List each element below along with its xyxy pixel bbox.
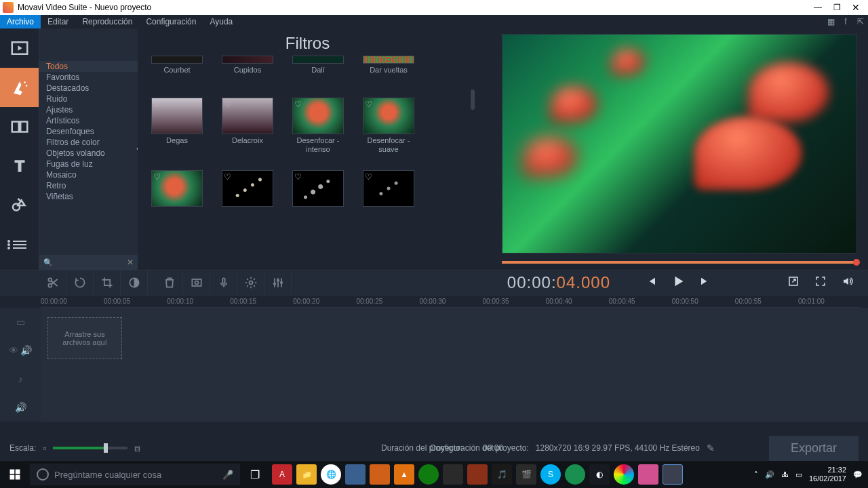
favorite-icon[interactable]: ♡ <box>224 172 231 182</box>
cortana-search[interactable]: Pregúntame cualquier cosa 🎤 <box>30 464 240 485</box>
menu-editar[interactable]: Editar <box>41 15 75 28</box>
filter-item[interactable]: ♡ <box>222 170 273 224</box>
taskbar-app-icon[interactable] <box>443 464 463 485</box>
taskbar-app-icon[interactable] <box>565 464 585 485</box>
menu-archivo[interactable]: Archivo <box>0 15 41 28</box>
maximize-button[interactable]: ❐ <box>827 3 846 12</box>
filter-cat-favoritos[interactable]: Favoritos <box>39 72 138 83</box>
filter-cat-destacados[interactable]: Destacados <box>39 83 138 94</box>
track-visibility-icon[interactable]: 👁 🔊 <box>0 336 41 365</box>
snapshot-button[interactable] <box>183 270 210 296</box>
timeline[interactable]: ▭ 👁 🔊 ♪ 🔊 Arrastre sus archivos aquí <box>0 308 868 422</box>
share-icon[interactable]: ⇱ <box>853 15 868 28</box>
filter-item[interactable]: ♡ <box>363 170 414 224</box>
clip-properties-button[interactable] <box>237 270 264 296</box>
taskbar-app-icon[interactable] <box>638 464 658 485</box>
filter-item[interactable]: Dalí <box>292 56 344 81</box>
taskbar-app-icon[interactable]: 🎬 <box>516 464 536 485</box>
timeline-ruler[interactable]: 00:00:00 00:00:05 00:00:10 00:00:15 00:0… <box>41 296 861 308</box>
filter-item[interactable]: Courbet <box>151 56 203 81</box>
taskbar-app-icon[interactable]: 🎵 <box>492 464 512 485</box>
filter-cat-artisticos[interactable]: Artísticos <box>39 115 138 126</box>
filter-cat-fugas[interactable]: Fugas de luz <box>39 159 138 169</box>
filter-item[interactable]: ♡Degas <box>151 98 203 154</box>
audio-track-icon[interactable]: ♪ <box>0 365 41 393</box>
favorite-icon[interactable]: ♡ <box>224 100 231 109</box>
filter-scrollbar[interactable] <box>471 62 475 263</box>
taskbar-xbox-icon[interactable] <box>418 464 439 485</box>
delete-button[interactable] <box>156 270 183 296</box>
filter-search[interactable]: 🔍 ✕ <box>39 255 138 270</box>
preview-viewport[interactable] <box>502 34 857 253</box>
taskbar-app-icon[interactable] <box>614 464 634 485</box>
facebook-icon[interactable]: f <box>838 15 853 28</box>
filter-cat-objetos[interactable]: Objetos volando <box>39 148 138 159</box>
detach-preview-button[interactable] <box>780 275 807 291</box>
favorite-icon[interactable]: ♡ <box>365 172 372 182</box>
tray-notifications-icon[interactable]: 💬 <box>853 470 863 479</box>
media-tool[interactable] <box>0 28 39 68</box>
color-adjust-button[interactable] <box>121 270 148 296</box>
filter-cat-vinetas[interactable]: Viñetas <box>39 191 138 202</box>
system-tray[interactable]: ˄ 🔊 🖧 ▭ 21:32 16/02/2017 💬 <box>749 466 868 483</box>
next-frame-button[interactable] <box>692 275 719 291</box>
menu-reproduccion[interactable]: Reproducción <box>75 15 139 28</box>
filter-cat-retro[interactable]: Retro <box>39 180 138 191</box>
fit-timeline-button[interactable]: ⧈ <box>134 443 140 454</box>
scale-slider[interactable] <box>53 447 127 449</box>
menu-ayuda[interactable]: Ayuda <box>203 15 239 28</box>
export-button[interactable]: Exportar <box>769 436 859 461</box>
tray-network-icon[interactable]: 🖧 <box>781 470 789 479</box>
tray-clock[interactable]: 21:32 16/02/2017 <box>809 466 846 483</box>
taskbar-app-icon[interactable] <box>345 464 366 485</box>
timeline-dropzone[interactable]: Arrastre sus archivos aquí <box>47 317 122 359</box>
video-track-icon[interactable]: ▭ <box>0 308 41 336</box>
shapes-tool[interactable] <box>0 186 39 225</box>
filter-item[interactable]: Dar vueltas <box>363 56 414 81</box>
audio-mute-icon[interactable]: 🔊 <box>0 393 41 422</box>
volume-button[interactable] <box>834 275 861 291</box>
more-tool[interactable] <box>0 225 39 264</box>
favorite-icon[interactable]: ♡ <box>153 172 161 182</box>
zoom-out-button[interactable]: ▫ <box>43 443 46 453</box>
rotate-button[interactable] <box>66 270 94 296</box>
filter-item[interactable]: Cupidos <box>222 56 273 81</box>
crop-button[interactable] <box>94 270 121 296</box>
record-audio-button[interactable] <box>210 270 237 296</box>
start-button[interactable] <box>0 461 30 488</box>
filter-cat-ruido[interactable]: Ruido <box>39 94 138 104</box>
transitions-tool[interactable] <box>0 107 39 146</box>
taskbar-app-icon[interactable]: 📁 <box>296 464 317 485</box>
taskbar-app-icon[interactable]: A <box>272 464 292 485</box>
filter-cat-color[interactable]: Filtros de color <box>39 137 138 148</box>
tray-lang-icon[interactable]: ▭ <box>795 470 802 479</box>
equalizer-button[interactable] <box>264 270 292 296</box>
taskbar-vlc-icon[interactable]: ▲ <box>394 464 414 485</box>
taskbar-skype-icon[interactable]: S <box>540 464 561 485</box>
taskbar-chrome-icon[interactable]: 🌐 <box>321 464 341 485</box>
favorite-icon[interactable]: ♡ <box>153 100 161 109</box>
play-button[interactable] <box>665 274 692 292</box>
taskbar-app-icon[interactable] <box>370 464 390 485</box>
filter-cat-mosaico[interactable]: Mosaico <box>39 169 138 180</box>
edit-config-button[interactable]: ✎ <box>707 443 715 453</box>
taskbar-app-icon[interactable] <box>467 464 488 485</box>
titles-tool[interactable] <box>0 146 39 186</box>
filter-cat-desenfoques[interactable]: Desenfoques <box>39 126 138 137</box>
minimize-button[interactable]: — <box>808 3 827 12</box>
clear-search-icon[interactable]: ✕ <box>127 258 134 267</box>
menu-configuracion[interactable]: Configuración <box>139 15 203 28</box>
filter-item[interactable]: ♡ <box>151 170 203 224</box>
filter-item[interactable]: ♡ <box>292 170 344 224</box>
filter-item[interactable]: ♡Desenfocar - suave <box>363 98 414 154</box>
taskbar-app-icon[interactable] <box>663 464 683 485</box>
filter-cat-todos[interactable]: Todos <box>39 61 138 72</box>
youtube-icon[interactable]: ▦ <box>823 15 838 28</box>
prev-frame-button[interactable] <box>637 275 665 291</box>
favorite-icon[interactable]: ♡ <box>294 172 302 182</box>
favorite-icon[interactable]: ♡ <box>365 100 372 109</box>
cut-button[interactable] <box>39 270 66 296</box>
close-button[interactable]: ✕ <box>846 2 865 13</box>
tray-volume-icon[interactable]: 🔊 <box>765 470 774 479</box>
favorite-icon[interactable]: ♡ <box>294 100 302 109</box>
